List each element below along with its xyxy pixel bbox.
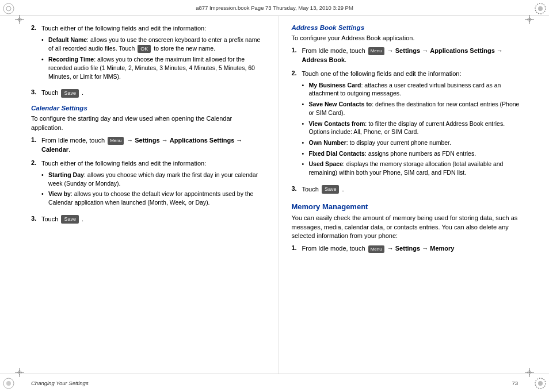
footer-left: Changing Your Settings: [31, 380, 89, 386]
calendar-step3-save-btn: Save: [61, 215, 79, 224]
ok-button: OK: [138, 45, 151, 53]
address-step2: 2. Touch one of the following fields and…: [292, 70, 527, 180]
calendar-step2-intro: Touch either of the following fields and…: [41, 160, 206, 167]
step2-bullet-list: Default Name: allows you to use the onsc…: [41, 36, 266, 80]
top-bar: a877 Impression.book Page 73 Thursday, M…: [0, 0, 549, 16]
default-name-term: Default Name: [48, 36, 87, 43]
step3-label: 3.: [31, 89, 41, 95]
memory-step1-path: → Settings → Memory: [387, 245, 455, 252]
save-new-contacts-term: Save New Contacts to: [309, 101, 372, 107]
memory-intro: You can easily check the amount of memor…: [292, 214, 527, 241]
address-step1-text: From Idle mode, touch: [302, 47, 365, 54]
calendar-step3-period: .: [82, 216, 83, 222]
calendar-step3-touch-text: Touch: [41, 216, 58, 222]
calendar-heading: Calendar Settings: [31, 105, 266, 112]
calendar-step3: 3. Touch Save .: [31, 215, 266, 224]
step2-intro-text: Touch either of the following fields and…: [41, 25, 206, 32]
calendar-section: Calendar Settings To configure the start…: [31, 105, 266, 224]
view-by-text: : allows you to choose the default view …: [48, 190, 253, 206]
step2-content: Touch either of the following fields and…: [41, 24, 266, 84]
view-contacts-term: View Contacts from: [309, 120, 365, 127]
step3-touch-text: Touch: [41, 89, 58, 96]
menu-icon-memory: Menu: [368, 245, 384, 253]
bullet-recording-time: Recording Time: allows you to choose the…: [41, 55, 266, 80]
calendar-intro: To configure the starting day and view u…: [31, 114, 266, 133]
step2-label: 2.: [31, 24, 41, 31]
bullet-used-space: Used Space: displays the memory storage …: [302, 160, 527, 176]
my-business-card-term: My Business Card: [309, 82, 361, 89]
used-space-term: Used Space: [309, 160, 344, 167]
address-bullet-list: My Business Card: attaches a user create…: [302, 81, 527, 177]
fixed-dial-term: Fixed Dial Contacts: [309, 150, 365, 157]
starting-day-term: Starting Day: [48, 171, 84, 178]
bullet-view-by: View by: allows you to choose the defaul…: [41, 190, 266, 206]
address-step3-touch-text: Touch: [302, 186, 319, 193]
memory-step1: 1. From Idle mode, touch Menu → Settings…: [292, 244, 527, 253]
address-step1-content: From Idle mode, touch Menu → Settings → …: [302, 47, 527, 65]
memory-step1-text: From Idle mode, touch: [302, 245, 365, 252]
left-step3-save-btn: Save: [61, 89, 79, 98]
bullet-default-name: Default Name: allows you to use the onsc…: [41, 36, 266, 53]
calendar-step3-label: 3.: [31, 215, 41, 222]
address-step2-content: Touch one of the following fields and ed…: [302, 70, 527, 180]
memory-heading: Memory Management: [292, 202, 527, 211]
fixed-dial-text: : assigns phone numbers as FDN entries.: [365, 150, 476, 157]
address-intro: To configure your Address Book applicati…: [292, 34, 527, 43]
calendar-bullet-list: Starting Day: allows you choose which da…: [41, 171, 266, 207]
right-column: Address Book Settings To configure your …: [279, 16, 550, 374]
header-text: a877 Impression.book Page 73 Thursday, M…: [196, 5, 353, 11]
calendar-step1-text: From Idle mode, touch: [41, 137, 105, 144]
corner-tr: [534, 2, 547, 15]
corner-tl: [2, 2, 15, 15]
step3-period: .: [82, 89, 83, 96]
calendar-step2-label: 2.: [31, 159, 41, 166]
left-step3: 3. Touch Save .: [31, 89, 266, 98]
address-step1-label: 1.: [292, 47, 302, 53]
step3-content: Touch Save .: [41, 89, 266, 98]
calendar-step3-content: Touch Save .: [41, 215, 266, 224]
svg-point-0: [3, 3, 14, 14]
address-step3-content: Touch Save .: [302, 185, 527, 194]
calendar-step2: 2. Touch either of the following fields …: [31, 159, 266, 210]
calendar-step1: 1. From Idle mode, touch Menu → Settings…: [31, 136, 266, 155]
address-step3-period: .: [342, 186, 344, 193]
menu-icon-address: Menu: [368, 47, 384, 55]
address-book-section: Address Book Settings To configure your …: [292, 24, 527, 194]
address-step2-intro: Touch one of the following fields and ed…: [302, 70, 462, 77]
recording-time-term: Recording Time: [48, 56, 94, 63]
own-number-term: Own Number: [309, 139, 346, 146]
svg-point-1: [6, 6, 11, 11]
svg-point-3: [538, 6, 543, 11]
memory-section: Memory Management You can easily check t…: [292, 202, 527, 254]
view-by-term: View by: [48, 190, 71, 197]
calendar-step1-label: 1.: [31, 136, 41, 143]
address-step2-label: 2.: [292, 70, 302, 76]
address-book-heading: Address Book Settings: [292, 24, 527, 31]
address-step3-save-btn: Save: [322, 185, 340, 194]
bullet-save-new-contacts: Save New Contacts to: defines the destin…: [302, 100, 527, 117]
memory-step1-content: From Idle mode, touch Menu → Settings → …: [302, 244, 527, 253]
menu-icon-calendar: Menu: [108, 137, 124, 145]
calendar-step1-content: From Idle mode, touch Menu → Settings → …: [41, 136, 266, 155]
content-area: 2. Touch either of the following fields …: [0, 16, 549, 374]
bullet-view-contacts-from: View Contacts from: to filter the displa…: [302, 120, 527, 136]
address-step3-label: 3.: [292, 185, 302, 192]
address-step3: 3. Touch Save .: [292, 185, 527, 194]
bullet-own-number: Own Number: to display your current phon…: [302, 139, 527, 147]
address-step1: 1. From Idle mode, touch Menu → Settings…: [292, 47, 527, 65]
default-name-text2: to store the new name.: [152, 45, 215, 52]
bullet-starting-day: Starting Day: allows you choose which da…: [41, 171, 266, 187]
calendar-step2-content: Touch either of the following fields and…: [41, 159, 266, 210]
page: a877 Impression.book Page 73 Thursday, M…: [0, 0, 549, 392]
bottom-bar: Changing Your Settings 73: [0, 374, 549, 392]
own-number-text: : to display your current phone number.: [346, 139, 451, 146]
footer-right: 73: [512, 380, 518, 386]
bullet-my-business-card: My Business Card: attaches a user create…: [302, 81, 527, 98]
left-step2: 2. Touch either of the following fields …: [31, 24, 266, 84]
bullet-fixed-dial: Fixed Dial Contacts: assigns phone numbe…: [302, 149, 527, 158]
memory-step1-label: 1.: [292, 244, 302, 251]
left-column: 2. Touch either of the following fields …: [0, 16, 279, 374]
